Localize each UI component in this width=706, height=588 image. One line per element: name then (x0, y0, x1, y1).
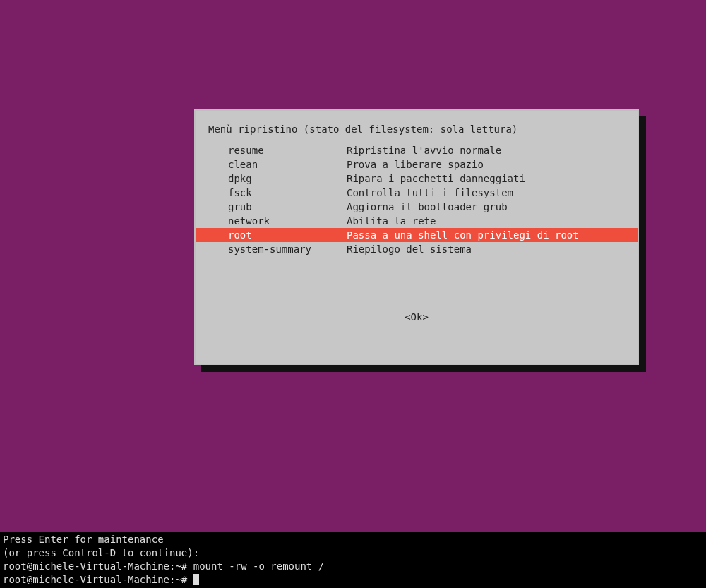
menu-item-key: network (228, 214, 347, 228)
menu-item-network[interactable]: network Abilita la rete (196, 214, 638, 228)
recovery-menu-dialog: Menù ripristino (stato del filesystem: s… (194, 109, 639, 365)
recovery-menu-list[interactable]: resume Ripristina l'avvio normale clean … (196, 140, 638, 256)
terminal-output[interactable]: Press Enter for maintenance (or press Co… (0, 532, 706, 588)
menu-item-key: fsck (228, 186, 347, 200)
menu-item-clean[interactable]: clean Prova a liberare spazio (196, 157, 638, 172)
menu-item-key: resume (228, 143, 347, 157)
menu-item-desc: Controlla tutti i filesystem (347, 186, 632, 200)
terminal-line: root@michele-Virtual-Machine:~# mount -r… (3, 560, 324, 572)
ok-button[interactable]: <Ok> (405, 310, 429, 324)
menu-item-desc: Riepilogo del sistema (347, 242, 632, 256)
menu-item-system-summary[interactable]: system-summary Riepilogo del sistema (196, 242, 638, 256)
menu-item-grub[interactable]: grub Aggiorna il bootloader grub (196, 200, 638, 214)
menu-item-desc: Prova a liberare spazio (347, 157, 632, 172)
menu-item-desc: Ripara i pacchetti danneggiati (347, 172, 632, 186)
dialog-title: Menù ripristino (stato del filesystem: s… (196, 111, 638, 140)
menu-item-dpkg[interactable]: dpkg Ripara i pacchetti danneggiati (196, 172, 638, 186)
terminal-line: Press Enter for maintenance (3, 534, 164, 545)
menu-item-key: clean (228, 157, 347, 172)
terminal-prompt: root@michele-Virtual-Machine:~# (3, 574, 193, 585)
menu-item-fsck[interactable]: fsck Controlla tutti i filesystem (196, 186, 638, 200)
menu-item-key: grub (228, 200, 347, 214)
menu-item-key: dpkg (228, 172, 347, 186)
menu-item-key: system-summary (228, 242, 347, 256)
terminal-line: (or press Control-D to continue): (3, 547, 199, 558)
menu-item-key: root (228, 228, 347, 242)
menu-item-desc: Aggiorna il bootloader grub (347, 200, 632, 214)
terminal-cursor (193, 574, 199, 585)
menu-item-desc: Abilita la rete (347, 214, 632, 228)
ok-row: <Ok> (196, 310, 638, 324)
menu-item-resume[interactable]: resume Ripristina l'avvio normale (196, 143, 638, 157)
menu-item-desc: Ripristina l'avvio normale (347, 143, 632, 157)
menu-item-root[interactable]: root Passa a una shell con privilegi di … (196, 228, 638, 242)
menu-item-desc: Passa a una shell con privilegi di root (347, 228, 632, 242)
